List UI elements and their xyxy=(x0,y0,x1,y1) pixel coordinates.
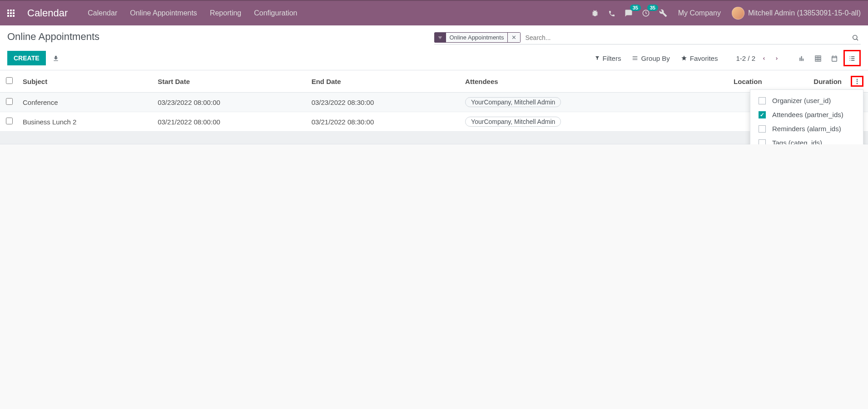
company-selector[interactable]: My Company xyxy=(676,5,723,21)
row-checkbox[interactable] xyxy=(6,118,13,124)
optional-fields-dropdown: Organizer (user_id)Attendees (partner_id… xyxy=(750,89,863,144)
column-subject[interactable]: Subject xyxy=(18,70,153,93)
pager: 1-2 / 2 xyxy=(736,52,781,65)
column-start-date[interactable]: Start Date xyxy=(153,70,307,93)
svg-rect-2 xyxy=(815,56,821,61)
page-title: Online Appointments xyxy=(7,31,99,43)
table-row[interactable]: Business Lunch 203/21/2022 08:00:0003/21… xyxy=(0,112,868,132)
nav-reporting[interactable]: Reporting xyxy=(208,5,243,21)
messages-icon[interactable]: 35 xyxy=(625,9,633,18)
favorites-button[interactable]: Favorites xyxy=(681,54,718,62)
list-view: Subject Start Date End Date Attendees Lo… xyxy=(0,70,868,144)
create-button[interactable]: CREATE xyxy=(7,51,46,65)
cell-end: 03/23/2022 08:30:00 xyxy=(307,93,461,112)
field-checkbox[interactable] xyxy=(759,125,766,133)
control-panel: Online Appointments Online Appointments … xyxy=(0,25,868,70)
apps-icon[interactable] xyxy=(7,10,15,17)
nav-online-appointments[interactable]: Online Appointments xyxy=(128,5,199,21)
cell-start: 03/23/2022 08:00:00 xyxy=(153,93,307,112)
field-label: Attendees (partner_ids) xyxy=(772,111,843,118)
cell-start: 03/21/2022 08:00:00 xyxy=(153,112,307,132)
list-view-button[interactable] xyxy=(843,50,861,66)
table-footer-row xyxy=(0,132,868,144)
phone-icon[interactable] xyxy=(608,9,615,17)
cell-subject: Conference xyxy=(18,93,153,112)
column-options-header: ⋮ Organizer (user_id)Attendees (partner_… xyxy=(846,70,868,93)
attendee-tag: YourCompany, Mitchell Admin xyxy=(465,97,561,107)
column-attendees[interactable]: Attendees xyxy=(461,70,686,93)
attendee-tag: YourCompany, Mitchell Admin xyxy=(465,117,561,127)
search-facet: Online Appointments ✕ xyxy=(434,32,521,43)
main-navbar: Calendar Calendar Online Appointments Re… xyxy=(0,0,868,25)
search-bar: Online Appointments ✕ xyxy=(434,31,861,44)
cell-subject: Business Lunch 2 xyxy=(18,112,153,132)
optional-field-item[interactable]: Attendees (partner_ids) xyxy=(750,108,863,122)
field-label: Tags (categ_ids) xyxy=(772,139,822,144)
groupby-button[interactable]: Group By xyxy=(632,54,670,62)
bug-icon[interactable] xyxy=(591,9,599,18)
search-options: Filters Group By Favorites xyxy=(595,54,718,62)
cell-attendees: YourCompany, Mitchell Admin xyxy=(461,112,686,132)
pager-range[interactable]: 1-2 / 2 xyxy=(736,54,755,62)
facet-remove-button[interactable]: ✕ xyxy=(508,32,521,43)
nav-configuration[interactable]: Configuration xyxy=(252,5,299,21)
navbar-left: Calendar Calendar Online Appointments Re… xyxy=(7,5,299,21)
messages-badge: 35 xyxy=(630,5,641,11)
field-checkbox[interactable] xyxy=(759,97,766,104)
field-checkbox[interactable] xyxy=(759,111,766,118)
filters-label: Filters xyxy=(603,54,621,62)
activities-icon[interactable]: 35 xyxy=(642,9,650,18)
select-all-header xyxy=(0,70,18,93)
graph-view-button[interactable] xyxy=(794,51,809,65)
activities-badge: 35 xyxy=(647,5,658,11)
search-icon[interactable] xyxy=(850,32,861,43)
svg-point-1 xyxy=(853,35,857,39)
field-label: Reminders (alarm_ids) xyxy=(772,125,841,133)
filters-button[interactable]: Filters xyxy=(595,54,621,62)
column-options-button[interactable]: ⋮ xyxy=(851,76,863,87)
field-checkbox[interactable] xyxy=(759,139,766,145)
user-name-label: Mitchell Admin (13853091-15-0-all) xyxy=(748,9,861,17)
data-table: Subject Start Date End Date Attendees Lo… xyxy=(0,70,868,144)
search-input[interactable] xyxy=(523,32,850,43)
pager-next-button[interactable] xyxy=(773,52,781,65)
cell-end: 03/21/2022 08:30:00 xyxy=(307,112,461,132)
avatar-icon xyxy=(732,7,744,20)
pager-prev-button[interactable] xyxy=(760,52,768,65)
nav-calendar[interactable]: Calendar xyxy=(86,5,119,21)
pivot-view-button[interactable] xyxy=(811,51,825,65)
optional-field-item[interactable]: Organizer (user_id) xyxy=(750,94,863,108)
cell-attendees: YourCompany, Mitchell Admin xyxy=(461,93,686,112)
calendar-view-button[interactable] xyxy=(827,51,842,65)
field-label: Organizer (user_id) xyxy=(772,97,831,104)
user-menu[interactable]: Mitchell Admin (13853091-15-0-all) xyxy=(732,7,861,20)
export-button[interactable] xyxy=(52,54,60,62)
facet-label: Online Appointments xyxy=(446,32,508,43)
optional-field-item[interactable]: Reminders (alarm_ids) xyxy=(750,122,863,136)
column-end-date[interactable]: End Date xyxy=(307,70,461,93)
navbar-right: 35 35 My Company Mitchell Admin (1385309… xyxy=(591,5,861,21)
row-checkbox[interactable] xyxy=(6,98,13,105)
select-all-checkbox[interactable] xyxy=(6,77,13,84)
optional-field-item[interactable]: Tags (categ_ids) xyxy=(750,136,863,144)
groupby-label: Group By xyxy=(641,54,670,62)
tools-icon[interactable] xyxy=(659,9,667,18)
table-row[interactable]: Conference03/23/2022 08:00:0003/23/2022 … xyxy=(0,93,868,112)
view-switcher xyxy=(794,50,861,66)
app-brand[interactable]: Calendar xyxy=(27,7,68,19)
filter-facet-icon xyxy=(434,33,446,43)
favorites-label: Favorites xyxy=(690,54,718,62)
